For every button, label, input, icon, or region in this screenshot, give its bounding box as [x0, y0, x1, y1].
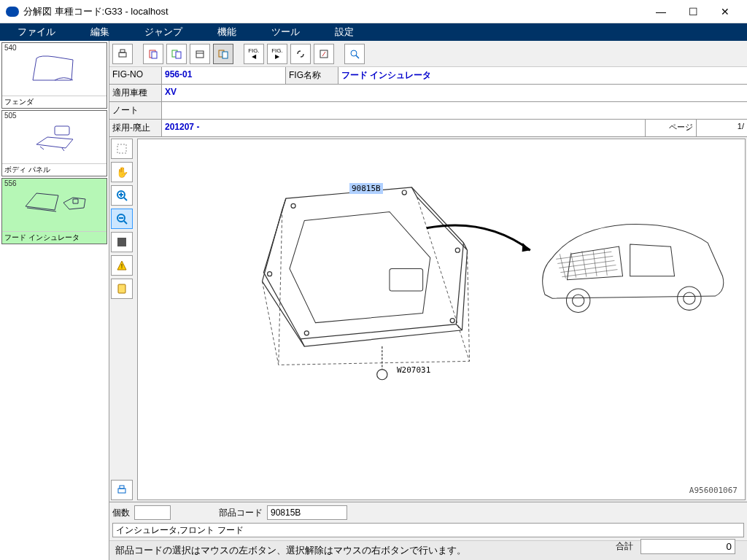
menu-settings[interactable]: 設定: [317, 23, 371, 41]
page-label: ページ: [645, 120, 696, 136]
menu-jump[interactable]: ジャンプ: [127, 23, 200, 41]
svg-rect-18: [118, 489, 125, 493]
svg-rect-2: [120, 50, 125, 52]
info-panel: FIG-NO 956-01 FIG名称 フード インシュレータ 適用車種 XV …: [109, 67, 747, 137]
menu-edit[interactable]: 編集: [73, 23, 127, 41]
menu-function[interactable]: 機能: [200, 23, 254, 41]
figname-label: FIG名称: [286, 67, 338, 84]
tool-link2[interactable]: [314, 44, 334, 64]
thumb-number: 556: [4, 179, 17, 187]
total-value: [640, 539, 735, 554]
thumb-label: フェンダ: [2, 96, 107, 108]
note-button[interactable]: [111, 279, 133, 299]
warn-button[interactable]: !: [111, 255, 133, 276]
qty-input[interactable]: [134, 505, 171, 520]
figno-value: 956-01: [162, 67, 286, 84]
thumbnail-sidebar: 540 フェンダ 505 ボディ パネル 556 フード インシュレータ: [0, 41, 109, 560]
model-label: 適用車種: [109, 85, 162, 101]
zoom-out-button[interactable]: [111, 209, 133, 229]
page-value: 1/: [696, 120, 747, 136]
svg-point-22: [402, 190, 406, 195]
zoom-in-button[interactable]: [111, 185, 133, 206]
svg-rect-20: [390, 269, 423, 291]
tool-fig-prev[interactable]: FIG.◀: [244, 44, 264, 64]
total-label: 合計: [616, 540, 633, 553]
thumb-image: [2, 111, 107, 163]
svg-rect-17: [118, 284, 125, 293]
partcode-label: 部品コード: [219, 507, 263, 519]
thumbnail-556[interactable]: 556 フード インシュレータ: [1, 178, 107, 244]
svg-rect-12: [117, 144, 126, 153]
partcode-input[interactable]: [267, 505, 347, 520]
qty-label: 個数: [112, 507, 130, 519]
tool-copy3[interactable]: [190, 44, 210, 64]
print-button[interactable]: [112, 44, 133, 64]
app-logo-icon: [6, 7, 19, 17]
thumb-number: 505: [4, 112, 17, 120]
thumb-label: フード インシュレータ: [2, 231, 107, 244]
svg-point-26: [268, 272, 272, 276]
print2-button[interactable]: [111, 480, 133, 500]
svg-rect-19: [120, 486, 124, 489]
tool-copy1[interactable]: [143, 44, 163, 64]
thumbnail-540[interactable]: 540 フェンダ: [1, 42, 107, 109]
titlebar: 分解図 車種コード:G33 - localhost — ☐ ✕: [0, 0, 747, 23]
main-area: 540 フェンダ 505 ボディ パネル 556 フード インシュレータ: [0, 41, 747, 560]
thumb-label: ボディ パネル: [2, 163, 107, 176]
footer: 合計: [616, 539, 735, 554]
diagram-svg: [138, 139, 745, 413]
svg-rect-0: [55, 126, 69, 135]
thumb-number: 540: [4, 44, 17, 52]
svg-point-27: [377, 370, 387, 380]
callout-clip-code[interactable]: W207031: [397, 365, 430, 375]
pan-tool[interactable]: ✋: [111, 162, 133, 182]
svg-point-29: [573, 295, 584, 306]
tool-link1[interactable]: [290, 44, 311, 64]
callout-part-code[interactable]: 90815B: [349, 183, 383, 194]
vertical-toolbar: ✋ !: [109, 137, 136, 502]
svg-point-30: [678, 287, 701, 310]
main-toolbar: FIG.◀ FIG.▶: [109, 41, 747, 67]
minimize-button[interactable]: —: [645, 1, 677, 23]
menu-tool[interactable]: ツール: [254, 23, 317, 41]
figno-label: FIG-NO: [109, 67, 162, 84]
tool-fig-next[interactable]: FIG.▶: [267, 44, 287, 64]
adopt-value: 201207 -: [162, 120, 645, 136]
thumb-image: [2, 179, 107, 231]
svg-point-23: [455, 248, 460, 252]
window-title: 分解図 車種コード:G33 - localhost: [23, 5, 645, 18]
svg-point-11: [351, 50, 357, 56]
svg-rect-4: [152, 52, 157, 58]
menu-file[interactable]: ファイル: [0, 23, 73, 41]
maximize-button[interactable]: ☐: [677, 1, 709, 23]
svg-rect-9: [222, 52, 228, 58]
close-button[interactable]: ✕: [709, 1, 741, 23]
svg-point-24: [450, 319, 454, 323]
tool-copy2[interactable]: [166, 44, 187, 64]
model-value: XV: [162, 85, 747, 101]
note-value: [162, 102, 747, 119]
svg-rect-6: [176, 52, 181, 58]
svg-point-25: [304, 331, 309, 335]
svg-point-31: [684, 292, 695, 304]
bottom-panel: 個数 部品コード: [109, 502, 747, 540]
workarea: ✋ !: [109, 137, 747, 502]
svg-point-28: [566, 289, 589, 312]
svg-rect-1: [119, 52, 126, 57]
select-tool[interactable]: [111, 139, 133, 159]
tool-copy4[interactable]: [213, 44, 233, 64]
description-input[interactable]: [112, 523, 744, 537]
adopt-label: 採用-廃止: [109, 120, 162, 136]
menubar: ファイル 編集 ジャンプ 機能 ツール 設定: [0, 23, 747, 41]
content-pane: FIG.◀ FIG.▶ FIG-NO 956-01 FIG名称 フード インシュ…: [109, 41, 747, 560]
figname-value: フード インシュレータ: [338, 67, 747, 84]
svg-point-21: [291, 203, 295, 208]
tool-search[interactable]: [344, 44, 365, 64]
thumb-image: [2, 43, 107, 96]
fit-button[interactable]: [111, 232, 133, 252]
svg-rect-7: [196, 51, 204, 58]
svg-rect-15: [117, 238, 126, 246]
diagram-canvas[interactable]: 90815B W207031 A956001067: [137, 139, 746, 500]
thumbnail-505[interactable]: 505 ボディ パネル: [1, 110, 107, 176]
note-label: ノート: [109, 102, 162, 119]
